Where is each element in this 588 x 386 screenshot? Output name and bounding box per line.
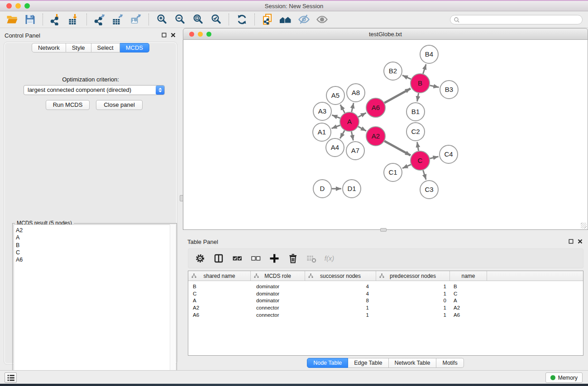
graph-node-A5[interactable]: A5 (326, 86, 344, 105)
graph-edge-A-A6[interactable] (358, 113, 366, 117)
graph-node-A4[interactable]: A4 (326, 138, 344, 157)
zoom-out-button[interactable] (171, 12, 189, 27)
graph-node-C3[interactable]: C3 (420, 181, 438, 199)
graph-edge-B-B1[interactable] (417, 93, 419, 102)
home-views-button[interactable] (277, 12, 295, 27)
export-table-button[interactable] (109, 12, 127, 27)
column-header-predecessor-nodes[interactable]: predecessor nodes (376, 271, 450, 281)
table-row[interactable]: A6connector11A6 (188, 311, 583, 319)
graph-edge-B-B4[interactable] (423, 64, 426, 74)
tab-mcds[interactable]: MCDS (120, 43, 149, 52)
column-header-shared-name[interactable]: shared name (188, 271, 251, 281)
table-row[interactable]: Cdominator41C (188, 290, 583, 297)
result-item[interactable]: C (16, 249, 175, 256)
save-session-button[interactable] (21, 12, 39, 27)
graph-edge-A-A1[interactable] (332, 125, 340, 129)
graph-edge-A-A7[interactable] (351, 132, 353, 141)
tab-motifs[interactable]: Motifs (436, 358, 464, 368)
run-mcds-button[interactable]: Run MCDS (46, 100, 90, 110)
tab-style[interactable]: Style (66, 43, 91, 52)
graph-edge-C-C2[interactable] (417, 142, 419, 151)
graph-node-A6[interactable]: A6 (366, 98, 385, 117)
add-row-button[interactable] (268, 252, 281, 265)
graph-node-D1[interactable]: D1 (343, 180, 361, 198)
graph-node-C4[interactable]: C4 (440, 145, 458, 163)
import-table-button[interactable] (65, 12, 83, 27)
graph-edge-A6-B[interactable] (384, 89, 411, 103)
tab-select[interactable]: Select (91, 43, 120, 52)
graph-edge-C-C3[interactable] (423, 170, 426, 180)
tab-edge-table[interactable]: Edge Table (348, 358, 388, 368)
tab-network-table[interactable]: Network Table (389, 358, 437, 368)
graph-edge-A-A2[interactable] (358, 127, 366, 131)
graph-edge-A-A3[interactable] (332, 115, 340, 118)
show-panels-button[interactable] (5, 372, 17, 383)
search-input[interactable] (462, 16, 582, 24)
graph-node-C[interactable]: C (411, 151, 430, 170)
float-table-panel-icon[interactable] (569, 239, 574, 244)
show-graphics-details-button[interactable] (313, 12, 331, 27)
zoom-fit-button[interactable] (189, 12, 207, 27)
export-image-button[interactable] (127, 12, 145, 27)
graph-edge-A-A5[interactable] (340, 105, 345, 113)
graph-node-D[interactable]: D (313, 180, 331, 198)
graph-edge-A2-C[interactable] (384, 141, 411, 156)
close-table-panel-icon[interactable] (578, 239, 583, 244)
graph-node-A8[interactable]: A8 (347, 84, 365, 102)
result-item[interactable]: A6 (16, 256, 175, 263)
graph-node-A3[interactable]: A3 (313, 102, 331, 120)
column-header-name[interactable]: name (450, 271, 487, 281)
export-network-button[interactable] (91, 12, 109, 27)
result-item[interactable]: B (16, 242, 175, 249)
result-list-scrollbar[interactable] (170, 224, 176, 372)
table-settings-button[interactable] (194, 252, 206, 265)
window-resize-grip[interactable] (581, 223, 587, 229)
tab-node-table[interactable]: Node Table (307, 358, 348, 368)
graph-node-C1[interactable]: C1 (384, 163, 402, 181)
column-header-successor-nodes[interactable]: successor nodes (305, 271, 376, 281)
select-all-button[interactable] (231, 252, 244, 265)
network-from-selection-button[interactable] (258, 12, 277, 27)
graph-node-A2[interactable]: A2 (366, 127, 385, 146)
graph-edge-C-C1[interactable] (402, 165, 411, 168)
memory-button[interactable]: Memory (545, 372, 583, 383)
close-panel-button[interactable]: Close panel (96, 100, 143, 110)
table-row[interactable]: Bdominator41B (188, 283, 583, 290)
graph-edge-C-C4[interactable] (430, 157, 438, 158)
graph-edge-A-A4[interactable] (340, 130, 344, 138)
open-session-button[interactable] (3, 12, 21, 27)
zoom-selected-button[interactable] (207, 12, 225, 27)
graph-node-B1[interactable]: B1 (406, 103, 425, 121)
graph-node-A[interactable]: A (340, 112, 359, 131)
graph-edge-B-B2[interactable] (402, 75, 411, 79)
table-row[interactable]: A2connector11A2 (188, 304, 583, 311)
result-item[interactable]: A2 (16, 227, 175, 234)
network-view-canvas[interactable]: AA1A2A3A4A5A6A7A8BB1B2B3B4CC1C2C3C4DD1 (183, 40, 588, 230)
result-item[interactable]: A (16, 234, 175, 241)
float-panel-icon[interactable] (162, 33, 167, 38)
network-window-titlebar[interactable]: testGlobe.txt (183, 28, 588, 40)
delete-row-button[interactable] (287, 252, 299, 265)
graph-node-B2[interactable]: B2 (384, 62, 402, 80)
graph-node-B4[interactable]: B4 (420, 45, 438, 63)
tab-network[interactable]: Network (32, 43, 66, 52)
zoom-in-button[interactable] (153, 12, 171, 27)
graph-edge-A-A8[interactable] (352, 103, 354, 112)
criterion-dropdown[interactable]: largest connected component (directed) (24, 85, 165, 95)
close-panel-icon[interactable] (171, 33, 176, 38)
hide-graphics-details-button[interactable] (295, 12, 313, 27)
graph-node-A1[interactable]: A1 (313, 123, 331, 141)
graph-node-A7[interactable]: A7 (346, 142, 364, 160)
refresh-layout-button[interactable] (233, 12, 251, 27)
search-box[interactable] (450, 15, 583, 24)
column-visibility-button[interactable] (212, 252, 225, 265)
horizontal-split-grabber[interactable] (380, 228, 387, 232)
graph-node-B3[interactable]: B3 (440, 81, 458, 99)
graph-edge-B-B3[interactable] (430, 86, 439, 87)
import-network-button[interactable] (47, 12, 65, 27)
column-header-mcds-role[interactable]: MCDS role (251, 271, 305, 281)
graph-node-B[interactable]: B (411, 74, 430, 93)
table-row[interactable]: Adominator80A (188, 297, 583, 305)
deselect-all-button[interactable] (249, 252, 262, 265)
graph-node-C2[interactable]: C2 (406, 123, 425, 141)
